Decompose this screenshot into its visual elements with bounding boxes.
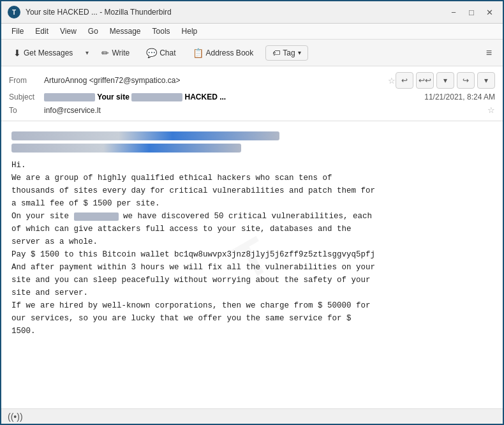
maximize-button[interactable]: □ bbox=[464, 5, 478, 19]
tag-icon: 🏷 bbox=[272, 48, 280, 57]
email-date: 11/21/2021, 8:24 AM bbox=[424, 93, 495, 101]
subject-row: Subject Your site HACKED ... 11/21/2021,… bbox=[9, 91, 495, 103]
paragraph2-start: On your site bbox=[11, 212, 69, 221]
window-controls: − □ ✕ bbox=[447, 5, 496, 19]
header-dropdown-button[interactable]: ▾ bbox=[436, 72, 454, 89]
menu-edit[interactable]: Edit bbox=[30, 25, 54, 38]
subject-redacted-1 bbox=[44, 93, 95, 101]
email-header: From ArturoAnnog <griffen72@sympatico.ca… bbox=[1, 66, 503, 121]
address-book-button[interactable]: 📋 Address Book bbox=[186, 45, 261, 61]
reply-actions: ↩ ↩↩ ▾ ↪ ▾ bbox=[396, 72, 495, 89]
address-book-icon: 📋 bbox=[193, 48, 204, 58]
paragraph2-redacted bbox=[74, 212, 119, 221]
address-book-label: Address Book bbox=[206, 48, 254, 57]
get-messages-button[interactable]: ⬇ Get Messages bbox=[6, 45, 80, 61]
reply-button[interactable]: ↩ bbox=[396, 72, 413, 89]
minimize-button[interactable]: − bbox=[447, 5, 461, 19]
tag-dropdown-icon: ▾ bbox=[298, 49, 301, 56]
to-label: To bbox=[9, 106, 44, 115]
email-body: Hi. We are a group of highly qualified e… bbox=[1, 121, 503, 348]
paragraph1: We are a group of highly qualified ethic… bbox=[11, 172, 493, 210]
subject-redacted-2 bbox=[131, 93, 182, 101]
to-row: To info@rcservice.lt ☆ bbox=[9, 103, 495, 117]
toolbar-menu-button[interactable]: ≡ bbox=[480, 44, 498, 62]
menu-message[interactable]: Message bbox=[105, 25, 146, 38]
connection-status-icon: ((•)) bbox=[8, 412, 23, 422]
get-messages-label: Get Messages bbox=[24, 48, 73, 57]
subject-label: Subject bbox=[9, 93, 44, 101]
forward-button[interactable]: ↪ bbox=[457, 72, 475, 89]
write-label: Write bbox=[112, 48, 130, 57]
to-star-icon[interactable]: ☆ bbox=[487, 105, 495, 115]
statusbar: ((•)) bbox=[1, 408, 503, 424]
email-blurred-header bbox=[11, 131, 493, 153]
greeting: Hi. bbox=[11, 159, 493, 172]
from-value: ArturoAnnog <griffen72@sympatico.ca> bbox=[44, 76, 385, 85]
chat-button[interactable]: 💬 Chat bbox=[139, 45, 182, 61]
titlebar: T Your site HACKED ... - Mozilla Thunder… bbox=[1, 1, 503, 24]
menu-go[interactable]: Go bbox=[83, 25, 103, 38]
tag-button[interactable]: 🏷 Tag ▾ bbox=[265, 45, 308, 61]
write-icon: ✏ bbox=[101, 48, 109, 58]
toolbar: ⬇ Get Messages ▾ ✏ Write 💬 Chat 📋 Addres… bbox=[1, 40, 503, 66]
window-title: Your site HACKED ... - Mozilla Thunderbi… bbox=[26, 8, 441, 17]
app-logo: T bbox=[8, 6, 20, 19]
subject-bold-hacked: HACKED ... bbox=[185, 93, 226, 101]
from-label: From bbox=[9, 76, 44, 85]
menu-file[interactable]: File bbox=[6, 25, 29, 38]
email-body-wrapper: T Hi. We are a group of highly qualified… bbox=[1, 121, 503, 408]
paragraph2: On your site we have discovered 50 criti… bbox=[11, 210, 493, 248]
menubar: File Edit View Go Message Tools Help bbox=[1, 24, 503, 40]
menu-tools[interactable]: Tools bbox=[147, 25, 175, 38]
subject-value: Your site HACKED ... bbox=[44, 93, 424, 101]
subject-bold-site: Your site bbox=[97, 93, 131, 101]
blurred-line-1 bbox=[11, 131, 279, 140]
close-button[interactable]: ✕ bbox=[482, 5, 496, 19]
to-value: info@rcservice.lt bbox=[44, 106, 485, 115]
chat-icon: 💬 bbox=[146, 48, 157, 58]
from-star-icon[interactable]: ☆ bbox=[388, 76, 396, 86]
get-messages-icon: ⬇ bbox=[13, 48, 21, 58]
chat-label: Chat bbox=[159, 48, 175, 57]
write-button[interactable]: ✏ Write bbox=[94, 45, 137, 61]
get-messages-dropdown[interactable]: ▾ bbox=[82, 46, 92, 59]
paragraph3: Pay $ 1500 to this Bitcoin wallet bc1qw8… bbox=[11, 248, 493, 299]
paragraph4: If we are hired by well-known corporatio… bbox=[11, 299, 493, 338]
menu-help[interactable]: Help bbox=[177, 25, 203, 38]
from-row: From ArturoAnnog <griffen72@sympatico.ca… bbox=[9, 70, 495, 91]
tag-label: Tag bbox=[283, 48, 295, 57]
reply-all-button[interactable]: ↩↩ bbox=[416, 72, 434, 89]
more-actions-button[interactable]: ▾ bbox=[477, 72, 495, 89]
menu-view[interactable]: View bbox=[55, 25, 82, 38]
blurred-line-2 bbox=[11, 144, 241, 153]
